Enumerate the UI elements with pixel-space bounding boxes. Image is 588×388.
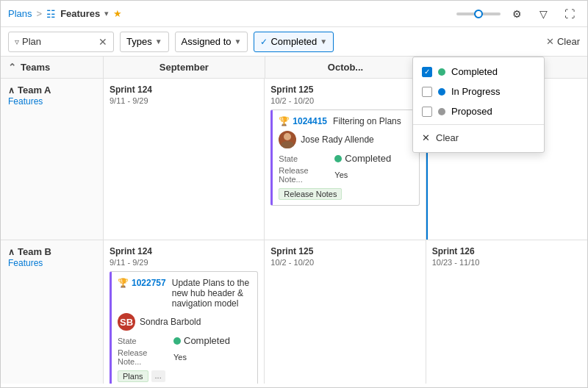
proposed-checkbox[interactable] bbox=[422, 107, 432, 117]
assigned-label: Assigned to bbox=[182, 36, 232, 47]
september-column-header: September bbox=[104, 57, 265, 78]
star-icon[interactable]: ★ bbox=[113, 8, 122, 19]
inprogress-label: In Progress bbox=[451, 86, 500, 97]
plans-tag[interactable]: Plans bbox=[118, 370, 148, 382]
team-b-link[interactable]: Features bbox=[8, 258, 43, 268]
breadcrumb-current[interactable]: Features bbox=[60, 8, 100, 19]
dropdown-clear-x-icon: ✕ bbox=[422, 132, 430, 143]
proposed-label: Proposed bbox=[451, 106, 492, 117]
card-state-row: State Completed bbox=[279, 153, 412, 164]
card-release-row: Release Note... Yes bbox=[279, 166, 412, 184]
svg-point-1 bbox=[281, 141, 294, 148]
dropdown-divider bbox=[413, 124, 544, 125]
dropdown-item-proposed[interactable]: Proposed bbox=[413, 101, 544, 121]
work-item-1024415: 🏆 1024415 Filtering on Plans Jose Rady A… bbox=[270, 109, 419, 206]
assigned-filter[interactable]: Assigned to ▼ bbox=[175, 32, 248, 52]
proposed-dot bbox=[438, 108, 445, 115]
breadcrumb-icon: ☷ bbox=[46, 8, 56, 20]
team-b-name: ∧ Team B bbox=[8, 246, 96, 257]
card-tags: Release Notes bbox=[279, 188, 412, 199]
card-state-row-b: State Completed bbox=[118, 335, 251, 346]
team-a-chevron-icon[interactable]: ∧ bbox=[8, 85, 15, 96]
breadcrumb: Plans > ☷ Features ▾ ★ bbox=[8, 8, 122, 20]
clear-label: Clear bbox=[557, 36, 580, 47]
status-label: Completed bbox=[270, 36, 317, 47]
svg-point-0 bbox=[284, 133, 291, 140]
work-item-1022757: 🏆 1022757 Update Plans to the new hub he… bbox=[110, 271, 258, 384]
card-tags-b: Plans ... bbox=[118, 370, 251, 382]
completed-dot bbox=[438, 68, 445, 76]
team-b-chevron-icon[interactable]: ∧ bbox=[8, 247, 15, 257]
breadcrumb-parent[interactable]: Plans bbox=[8, 8, 32, 19]
october-column-header: Octob... bbox=[265, 57, 427, 78]
inprogress-checkbox[interactable] bbox=[422, 87, 432, 97]
trophy-icon-b: 🏆 bbox=[118, 278, 129, 288]
status-checkmark-icon: ✓ bbox=[260, 37, 268, 47]
team-a-info: ∧ Team A Features bbox=[1, 79, 104, 240]
inprogress-dot bbox=[438, 88, 445, 96]
plan-clear-icon[interactable]: ✕ bbox=[98, 36, 107, 48]
card-title-row: 🏆 1024415 Filtering on Plans bbox=[279, 116, 412, 126]
status-chevron-icon: ▼ bbox=[320, 37, 327, 46]
top-bar: Plans > ☷ Features ▾ ★ ⚙ ▽ ⛶ bbox=[1, 1, 587, 27]
filter-icon-btn[interactable]: ▽ bbox=[533, 4, 553, 24]
clear-all-button[interactable]: ✕ Clear bbox=[546, 36, 580, 47]
types-chevron-icon: ▼ bbox=[155, 37, 162, 46]
user-avatar-b: SB bbox=[118, 313, 135, 331]
team-a-sprint-125: Sprint 125 10/2 - 10/20 🏆 1024415 Filter… bbox=[265, 79, 426, 240]
teams-column-header: ⌃ Teams bbox=[1, 57, 104, 78]
zoom-slider[interactable] bbox=[456, 12, 501, 15]
team-b-info: ∧ Team B Features bbox=[1, 240, 104, 384]
completed-checkbox[interactable]: ✓ bbox=[422, 67, 432, 77]
dropdown-clear-label: Clear bbox=[436, 132, 459, 143]
clear-x-icon: ✕ bbox=[546, 36, 554, 47]
plan-filter[interactable]: ▿ ✕ bbox=[8, 32, 114, 52]
dropdown-item-completed[interactable]: ✓ Completed bbox=[413, 62, 544, 82]
card-avatar-row-b: SB Sondra Barbold bbox=[118, 313, 251, 331]
breadcrumb-separator: > bbox=[37, 8, 43, 19]
status-dropdown: ✓ Completed In Progress Proposed ✕ Clear bbox=[412, 57, 545, 153]
card-avatar-row: Jose Rady Allende bbox=[279, 131, 412, 148]
team-a-link[interactable]: Features bbox=[8, 96, 43, 107]
state-dot-b bbox=[173, 337, 181, 345]
filter-funnel-icon: ▿ bbox=[15, 37, 19, 47]
team-b-sprint-124: Sprint 124 9/11 - 9/29 🏆 1022757 Update … bbox=[104, 240, 265, 384]
more-tag[interactable]: ... bbox=[151, 370, 165, 382]
card-release-row-b: Release Note... Yes bbox=[118, 348, 251, 366]
card-title-row-b: 🏆 1022757 Update Plans to the new hub he… bbox=[118, 278, 251, 309]
assigned-chevron-icon: ▼ bbox=[234, 37, 242, 46]
chevron-down-icon[interactable]: ▾ bbox=[104, 9, 109, 18]
types-label: Types bbox=[126, 36, 152, 47]
trophy-icon: 🏆 bbox=[279, 116, 290, 126]
expand-button[interactable]: ⛶ bbox=[559, 4, 580, 24]
teams-collapse-icon[interactable]: ⌃ bbox=[8, 62, 16, 73]
top-bar-actions: ⚙ ▽ ⛶ bbox=[456, 4, 580, 24]
release-notes-tag[interactable]: Release Notes bbox=[279, 188, 342, 200]
status-filter[interactable]: ✓ Completed ▼ bbox=[254, 32, 334, 52]
team-a-name: ∧ Team A bbox=[8, 85, 96, 96]
dropdown-item-inprogress[interactable]: In Progress bbox=[413, 82, 544, 101]
team-a-sprint-124: Sprint 124 9/11 - 9/29 bbox=[104, 79, 265, 240]
types-filter[interactable]: Types ▼ bbox=[120, 32, 169, 52]
plan-input[interactable] bbox=[22, 36, 96, 47]
completed-label: Completed bbox=[451, 66, 498, 77]
filter-bar: ▿ ✕ Types ▼ Assigned to ▼ ✓ Completed ▼ … bbox=[1, 27, 587, 57]
team-b-sprint-126: Sprint 126 10/23 - 11/10 bbox=[426, 240, 587, 384]
user-avatar bbox=[279, 131, 296, 148]
team-b-section: ∧ Team B Features Sprint 124 9/11 - 9/29… bbox=[1, 240, 587, 384]
settings-button[interactable]: ⚙ bbox=[506, 4, 527, 24]
team-b-sprint-125: Sprint 125 10/2 - 10/20 bbox=[265, 240, 426, 384]
dropdown-clear-button[interactable]: ✕ Clear bbox=[413, 128, 544, 148]
state-dot bbox=[334, 155, 342, 162]
team-b-sprints: Sprint 124 9/11 - 9/29 🏆 1022757 Update … bbox=[104, 240, 587, 384]
